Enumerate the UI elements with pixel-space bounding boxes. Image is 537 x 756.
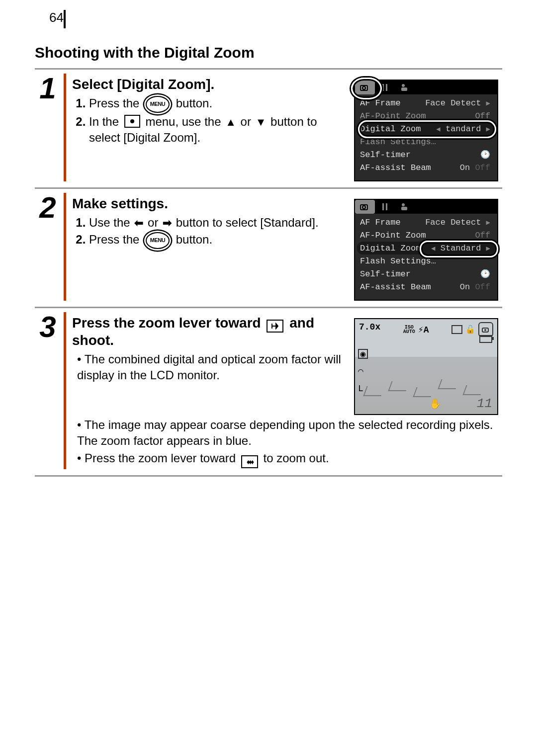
drive-mode-icon [451, 325, 462, 334]
step-3: 3 Press the zoom lever toward and shoot.… [35, 308, 502, 477]
zoom-factor-label: 7.0x [359, 322, 380, 337]
setup-tab-icon [375, 81, 395, 94]
step-3-bullet-3: Press the zoom lever toward ♦♦♦ to zoom … [77, 450, 498, 468]
svg-rect-5 [401, 87, 407, 91]
step-1: 1 Select [Digital Zoom]. Press the MENU … [35, 70, 502, 189]
step-2: 2 Make settings. Use the ⬅ or ➡ button t… [35, 189, 502, 308]
telephoto-icon [267, 320, 283, 333]
metering-icon: ◉ [358, 349, 368, 359]
image-size-icon: L [358, 384, 368, 394]
step-3-title: Press the zoom lever toward and shoot. [72, 315, 348, 348]
menu-row-self-timer: Self-timer 🕑 [360, 148, 492, 161]
rec-menu-icon [124, 115, 140, 128]
svg-rect-9 [386, 203, 387, 210]
svg-rect-11 [401, 207, 407, 210]
rec-tab-icon [355, 200, 375, 214]
wideangle-icon: ♦♦♦ [241, 455, 258, 468]
step-2-substep-1: Use the ⬅ or ➡ button to select [Standar… [89, 215, 348, 231]
step-1-substep-2: In the menu, use the ▲ or ▼ button to se… [89, 114, 348, 146]
svg-rect-3 [386, 84, 387, 91]
menu-button-icon: MENU [146, 232, 170, 249]
step-3-bullet-2: The image may appear coarse depending up… [77, 417, 498, 449]
battery-icon [479, 335, 492, 343]
menu-row-af-point-zoom: AF-Point Zoom Off [360, 229, 492, 242]
mycamera-tab-icon [395, 200, 415, 214]
iso-auto-icon: ISOAUTO [403, 325, 415, 334]
setup-tab-icon [375, 200, 395, 214]
menu-row-af-point-zoom: AF-Point Zoom Off [360, 109, 492, 122]
menu-row-digital-zoom: Digital Zoom ◀ Standard ▶ [357, 242, 495, 254]
section-title: Shooting with the Digital Zoom [35, 44, 502, 61]
camera-menu-screenshot-1: AF Frame Face Detect ▶ AF-Point Zoom Off… [354, 80, 498, 181]
svg-point-1 [362, 86, 365, 89]
step-1-substep-1: Press the MENU button. [89, 95, 348, 113]
menu-row-af-frame: AF Frame Face Detect ▶ [360, 216, 492, 229]
svg-point-13 [484, 329, 486, 331]
flash-auto-icon: ⚡A [418, 324, 429, 335]
arrow-left-icon: ⬅ [134, 217, 143, 229]
arrow-up-icon: ▲ [225, 116, 236, 128]
step-number-2: 2 [35, 193, 66, 301]
lock-icon: 🔓 [465, 325, 475, 335]
page-number: 64 [35, 10, 66, 28]
self-timer-icon: 🕑 [480, 269, 492, 279]
step-3-bullet-1: The combined digital and optical zoom fa… [77, 351, 348, 384]
menu-row-af-assist: AF-assist Beam On Off [360, 280, 492, 293]
svg-rect-8 [382, 203, 384, 210]
menu-row-flash-settings: Flash Settings… [360, 135, 492, 148]
step-2-substep-2: Press the MENU button. [89, 232, 348, 249]
mycamera-tab-icon [395, 81, 415, 94]
manual-page: 64 Shooting with the Digital Zoom 1 Sele… [0, 0, 537, 756]
camera-lcd-screenshot: 7.0x ISOAUTO ⚡A 🔓 [354, 318, 498, 415]
rec-tab-icon [355, 81, 375, 94]
menu-button-icon: MENU [146, 96, 170, 113]
self-timer-icon: 🕑 [480, 150, 492, 160]
step-1-title: Select [Digital Zoom]. [72, 77, 348, 92]
shots-remaining: 11 [477, 396, 492, 411]
compression-icon: ◠ [358, 366, 368, 377]
menu-row-af-frame: AF Frame Face Detect ▶ [360, 96, 492, 109]
camera-menu-screenshot-2: AF Frame Face Detect ▶ AF-Point Zoom Off… [354, 199, 498, 301]
svg-point-10 [402, 203, 405, 206]
shake-warning-icon: ✋ [429, 398, 442, 410]
menu-row-self-timer: Self-timer 🕑 [360, 267, 492, 280]
arrow-down-icon: ▼ [256, 116, 267, 128]
step-number-1: 1 [35, 74, 66, 181]
svg-point-4 [402, 84, 405, 87]
menu-row-digital-zoom: Digital Zoom ◀ tandard ▶ [357, 122, 495, 135]
step-2-title: Make settings. [72, 196, 348, 212]
beach-scene [355, 361, 497, 401]
svg-point-7 [362, 206, 365, 209]
menu-row-af-assist: AF-assist Beam On Off [360, 161, 492, 174]
step-number-3: 3 [35, 312, 66, 469]
svg-rect-2 [382, 84, 384, 91]
arrow-right-icon: ➡ [163, 217, 172, 229]
menu-row-flash-settings: Flash Settings… [360, 254, 492, 267]
